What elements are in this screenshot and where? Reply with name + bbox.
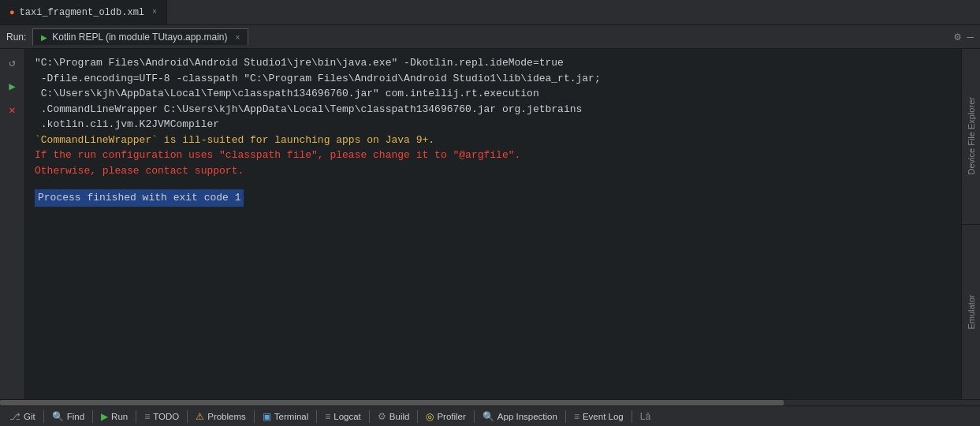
terminal-icon: ▣ — [263, 411, 271, 422]
git-tool[interactable]: ⎇ Git — [3, 406, 42, 426]
console-output[interactable]: "C:\Program Files\Android\Android Studio… — [25, 49, 961, 399]
todo-tool[interactable]: ≡ TODO — [138, 406, 185, 426]
git-icon: ⎇ — [9, 411, 20, 422]
console-line-error-1: If the run configuration uses "classpath… — [35, 148, 952, 163]
app-inspection-icon: 🔍 — [483, 411, 494, 422]
divider-3 — [136, 410, 136, 423]
console-line-1: -Dfile.encoding=UTF-8 -classpath "C:\Pro… — [35, 71, 952, 87]
la-icon: Lā — [640, 411, 650, 422]
run-tab[interactable]: ▶ Kotlin REPL (in module TUtayo.app.main… — [32, 28, 248, 45]
console-line-0: "C:\Program Files\Android\Android Studio… — [35, 55, 952, 71]
build-label: Build — [389, 412, 410, 421]
profiler-icon: ◎ — [426, 411, 434, 422]
console-line-warning: `CommandLineWrapper` is ill-suited for l… — [35, 133, 952, 148]
divider-1 — [43, 410, 44, 423]
rerun-button[interactable]: ↺ — [4, 54, 21, 71]
find-icon: 🔍 — [52, 411, 64, 422]
console-line-3: .CommandLineWrapper C:\Users\kjh\AppData… — [35, 102, 952, 118]
file-tab-label: taxi_fragment_oldb.xml — [20, 7, 144, 18]
todo-icon: ≡ — [144, 411, 150, 422]
problems-icon: ⚠ — [196, 411, 204, 422]
console-line-error-2: Otherwise, please contact support. — [35, 163, 952, 179]
divider-4 — [187, 410, 188, 423]
event-log-icon: ≡ — [574, 411, 579, 422]
find-label: Find — [67, 412, 84, 421]
run-play-icon: ▶ — [41, 33, 47, 42]
emulator-panel[interactable]: Emulator — [967, 225, 976, 400]
scrollbar-track — [0, 400, 980, 405]
run-header-actions: ⚙ — — [954, 30, 974, 43]
horizontal-scrollbar[interactable] — [0, 399, 980, 405]
settings-icon[interactable]: ⚙ — [954, 30, 960, 43]
todo-label: TODO — [153, 412, 179, 421]
console-line-2: C:\Users\kjh\AppData\Local\Temp\classpat… — [35, 86, 952, 102]
right-panel: Device File Explorer Emulator — [961, 49, 980, 399]
divider-8 — [417, 410, 418, 423]
stop-button[interactable]: ✕ — [4, 101, 21, 118]
la-tool[interactable]: Lā — [634, 406, 657, 426]
main-area: ↺ ▶ ✕ "C:\Program Files\Android\Android … — [0, 49, 980, 399]
terminal-label: Terminal — [274, 412, 308, 421]
app-inspection-label: App Inspection — [497, 412, 557, 421]
divider-5 — [254, 410, 255, 423]
profiler-label: Profiler — [437, 412, 465, 421]
tab-bar: ● taxi_fragment_oldb.xml × — [0, 0, 980, 25]
build-tool[interactable]: ⚙ Build — [371, 406, 416, 426]
event-log-label: Event Log — [583, 412, 624, 421]
console-blank-line — [35, 178, 952, 189]
file-tab[interactable]: ● taxi_fragment_oldb.xml × — [0, 0, 167, 24]
divider-10 — [565, 410, 566, 423]
console-exit-highlight: Process finished with exit code 1 — [35, 189, 244, 207]
terminal-tool[interactable]: ▣ Terminal — [256, 406, 315, 426]
profiler-tool[interactable]: ◎ Profiler — [419, 406, 471, 426]
build-icon: ⚙ — [378, 411, 386, 422]
run-tab-close[interactable]: × — [235, 33, 240, 42]
run-header: Run: ▶ Kotlin REPL (in module TUtayo.app… — [0, 25, 980, 49]
logcat-icon: ≡ — [325, 411, 330, 422]
divider-6 — [316, 410, 317, 423]
run-bottom-label: Run — [111, 412, 128, 421]
bottom-toolbar: ⎇ Git 🔍 Find ▶ Run ≡ TODO ⚠ Problems ▣ T… — [0, 405, 980, 426]
console-line-finished: Process finished with exit code 1 — [35, 189, 952, 207]
left-toolbar: ↺ ▶ ✕ — [0, 49, 25, 399]
file-tab-close[interactable]: × — [152, 8, 157, 17]
logcat-label: Logcat — [333, 412, 361, 421]
find-tool[interactable]: 🔍 Find — [46, 406, 91, 426]
event-log-tool[interactable]: ≡ Event Log — [568, 406, 630, 426]
divider-7 — [369, 410, 370, 423]
minimize-icon[interactable]: — — [967, 31, 974, 43]
play-button[interactable]: ▶ — [4, 77, 21, 95]
file-tab-icon: ● — [9, 8, 15, 17]
run-tab-label: Kotlin REPL (in module TUtayo.app.main) — [52, 32, 227, 43]
run-label: Run: — [6, 32, 26, 43]
device-file-explorer-panel[interactable]: Device File Explorer — [967, 49, 976, 224]
divider-11 — [632, 410, 632, 423]
git-label: Git — [24, 412, 35, 421]
app-inspection-tool[interactable]: 🔍 App Inspection — [476, 406, 564, 426]
divider-9 — [474, 410, 475, 423]
problems-label: Problems — [207, 412, 246, 421]
run-tool[interactable]: ▶ Run — [95, 406, 134, 426]
divider-2 — [92, 410, 93, 423]
scrollbar-thumb[interactable] — [0, 400, 784, 405]
problems-tool[interactable]: ⚠ Problems — [189, 406, 252, 426]
console-line-4: .kotlin.cli.jvm.K2JVMCompiler — [35, 117, 952, 133]
run-icon: ▶ — [101, 411, 108, 422]
logcat-tool[interactable]: ≡ Logcat — [319, 406, 367, 426]
